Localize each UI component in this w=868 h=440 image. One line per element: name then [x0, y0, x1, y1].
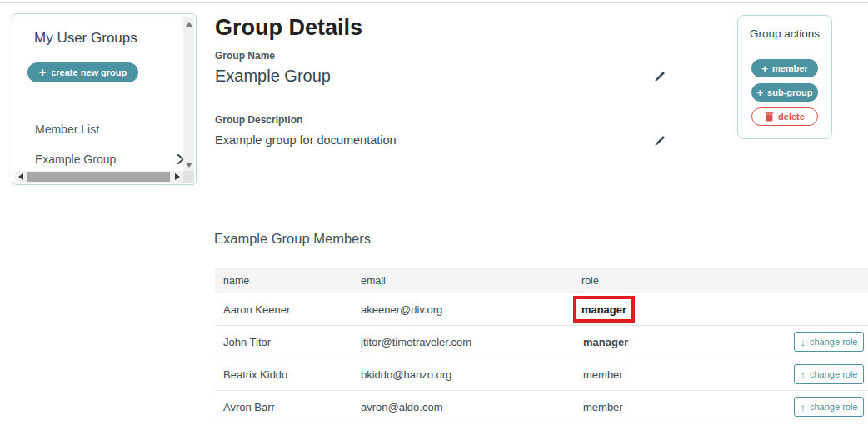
- change-role-button[interactable]: ↑ change role: [794, 397, 864, 417]
- add-sub-group-button[interactable]: + sub-group: [751, 83, 818, 102]
- horizontal-scrollbar[interactable]: [15, 171, 183, 182]
- role-highlight-box: manager: [573, 296, 635, 322]
- member-name: John Titor: [223, 336, 271, 348]
- arrow-down-icon: ↓: [801, 337, 806, 348]
- member-role: manager: [581, 303, 626, 316]
- group-name-label: Group Name: [215, 50, 275, 62]
- table-row: John Titor jtitor@timetraveler.com manag…: [215, 326, 868, 358]
- group-management-page: My User Groups + create new group Member…: [0, 0, 868, 440]
- member-email: avron@aldo.com: [361, 401, 442, 413]
- table-row: Avron Barr avron@aldo.com member ↑ chang…: [215, 391, 868, 423]
- change-role-label: change role: [810, 337, 858, 347]
- table-row: Beatrix Kiddo bkiddo@hanzo.org member ↑ …: [215, 358, 868, 391]
- sidebar-title: My User Groups: [34, 30, 137, 47]
- member-role: member: [583, 401, 623, 413]
- member-email: bkiddo@hanzo.org: [361, 368, 451, 381]
- trash-icon: [765, 112, 774, 122]
- member-name: Beatrix Kiddo: [223, 368, 287, 381]
- create-new-group-button[interactable]: + create new group: [27, 62, 138, 82]
- member-email: jtitor@timetraveler.com: [361, 336, 471, 348]
- member-name: Aaron Keener: [223, 303, 290, 316]
- scrollbar-corner: [183, 171, 194, 182]
- top-divider: [0, 2, 868, 3]
- sidebar-item-member-list[interactable]: Member List: [35, 122, 99, 136]
- plus-icon: +: [39, 67, 46, 78]
- member-role: member: [583, 368, 623, 381]
- edit-group-name-icon[interactable]: [654, 71, 666, 82]
- arrow-up-icon: ↑: [801, 402, 806, 412]
- delete-group-label: delete: [778, 112, 805, 122]
- group-actions-panel: Group actions + member + sub-group delet…: [737, 15, 832, 139]
- delete-group-button[interactable]: delete: [751, 108, 818, 126]
- scroll-right-icon[interactable]: [175, 173, 180, 180]
- sidebar-item-example-group[interactable]: Example Group: [35, 152, 185, 166]
- change-role-label: change role: [810, 369, 858, 379]
- plus-icon: +: [761, 63, 768, 74]
- edit-group-description-icon[interactable]: [654, 135, 666, 147]
- my-user-groups-panel: My User Groups + create new group Member…: [12, 13, 197, 185]
- change-role-label: change role: [810, 402, 858, 412]
- scroll-left-icon[interactable]: [18, 173, 23, 180]
- column-header-name: name: [223, 275, 249, 287]
- change-role-button[interactable]: ↓ change role: [794, 332, 864, 352]
- member-email: akeener@div.org: [361, 303, 442, 316]
- scroll-up-icon[interactable]: [186, 22, 192, 27]
- table-row: Aaron Keener akeener@div.org manager: [215, 293, 868, 326]
- members-section-title: Example Group Members: [214, 231, 371, 247]
- scrollbar-thumb[interactable]: [27, 172, 170, 182]
- page-title: Group Details: [215, 15, 362, 41]
- member-name: Avron Barr: [223, 401, 275, 413]
- vertical-scrollbar[interactable]: [183, 17, 194, 172]
- member-role: manager: [583, 336, 628, 348]
- sidebar-item-label: Example Group: [35, 152, 116, 166]
- column-header-role: role: [581, 275, 599, 287]
- add-sub-group-label: sub-group: [767, 88, 812, 98]
- group-name-value: Example Group: [215, 67, 331, 86]
- change-role-button[interactable]: ↑ change role: [794, 364, 864, 384]
- add-member-button[interactable]: + member: [751, 59, 818, 78]
- group-actions-title: Group actions: [738, 28, 831, 40]
- arrow-up-icon: ↑: [801, 369, 806, 380]
- add-member-label: member: [772, 63, 808, 73]
- scroll-down-icon[interactable]: [186, 162, 192, 168]
- group-description-label: Group Description: [215, 114, 302, 126]
- members-table-header: name email role: [215, 268, 868, 293]
- plus-icon: +: [757, 88, 764, 98]
- group-description-value: Example group for documentation: [215, 133, 397, 147]
- create-new-group-label: create new group: [51, 68, 127, 78]
- column-header-email: email: [361, 275, 386, 287]
